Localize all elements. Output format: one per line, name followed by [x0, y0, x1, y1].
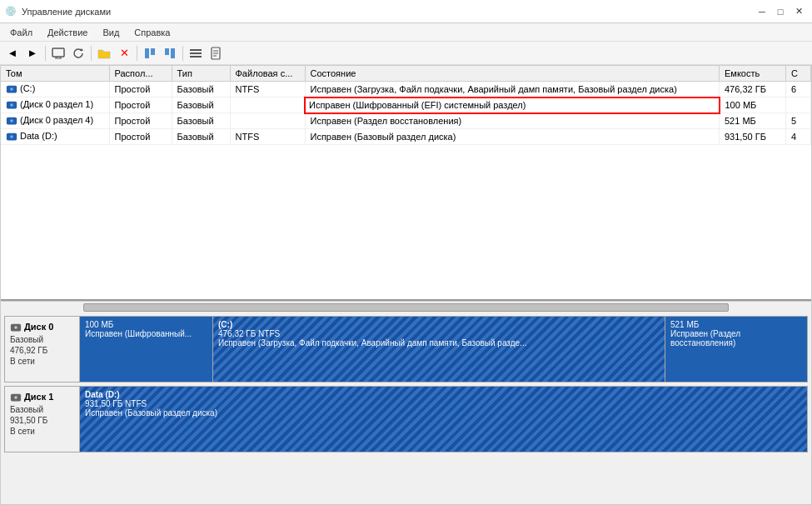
close-button[interactable]: ✕ — [790, 4, 807, 19]
cell-vol: (Диск 0 раздел 4) — [1, 113, 109, 129]
menu-action[interactable]: Действие — [41, 26, 94, 39]
cell-vol: Data (D:) — [1, 129, 109, 145]
disk-status: В сети — [10, 357, 74, 366]
disk-type: Базовый — [10, 335, 74, 344]
doc-icon — [209, 47, 222, 60]
disk-icon — [6, 131, 17, 142]
cell-layout: Простой — [109, 129, 172, 145]
partition[interactable]: Data (D:)931,50 ГБ NTFSИсправен (Базовый… — [80, 387, 807, 452]
doc-button[interactable] — [207, 44, 225, 62]
maximize-button[interactable]: □ — [772, 4, 789, 19]
col-fs: Файловая с... — [230, 66, 305, 82]
forward-button[interactable]: ► — [23, 44, 42, 62]
delete-button[interactable]: ✕ — [115, 44, 133, 62]
partition-status: Исправен (Шифрованный... — [85, 329, 207, 338]
cell-status: Исправен (Загрузка, Файл подкачки, Авари… — [305, 82, 720, 98]
svg-point-21 — [10, 120, 13, 123]
partition[interactable]: (C:)476,32 ГБ NTFSИсправен (Загрузка, Фа… — [213, 317, 665, 382]
cell-type: Базовый — [172, 98, 230, 113]
table-row[interactable]: (Диск 0 раздел 4)ПростойБазовыйИсправен … — [1, 113, 811, 129]
disk-icon — [6, 99, 17, 111]
menu-help[interactable]: Справка — [127, 26, 177, 39]
partition-name: (C:) — [218, 320, 660, 329]
col-layout: Распол... — [109, 66, 172, 82]
cell-status: Исправен (Базовый раздел диска) — [305, 129, 720, 145]
minimize-button[interactable]: ─ — [754, 4, 770, 19]
svg-point-27 — [14, 396, 17, 399]
col-vol: Том — [1, 66, 109, 82]
disk-name: Диск 0 — [10, 322, 74, 333]
svg-rect-8 — [171, 48, 175, 58]
folder-button[interactable] — [95, 44, 113, 62]
up-button[interactable] — [141, 44, 159, 62]
menu-file[interactable]: Файл — [3, 26, 39, 39]
partition-size: 476,32 ГБ NTFS — [218, 329, 660, 338]
refresh-button[interactable] — [69, 44, 87, 62]
cell-vol: (C:) — [1, 82, 109, 98]
disk-partitions: Data (D:)931,50 ГБ NTFSИсправен (Базовый… — [80, 387, 807, 452]
partition-size: 521 МБ — [670, 320, 802, 329]
down-button[interactable] — [161, 44, 179, 62]
list-icon — [189, 47, 202, 60]
disk-partitions: 100 МБИсправен (Шифрованный...(C:)476,32… — [80, 317, 807, 382]
svg-rect-9 — [190, 49, 202, 51]
partition[interactable]: 100 МБИсправен (Шифрованный... — [80, 317, 213, 382]
horizontal-scrollbar[interactable] — [1, 301, 811, 312]
scroll-thumb[interactable] — [83, 303, 729, 312]
disk-label-icon — [10, 322, 22, 333]
disk-row: Диск 0Базовый476,92 ГБВ сети100 МБИсправ… — [4, 316, 808, 382]
disk-table: Том Распол... Тип Файловая с... Состояни… — [1, 66, 811, 145]
cell-extra — [786, 98, 811, 113]
cell-fs — [230, 98, 305, 113]
window-title: Управление дисками — [22, 7, 111, 17]
partition-name: Data (D:) — [85, 390, 802, 399]
svg-rect-5 — [145, 48, 149, 58]
table-row[interactable]: (Диск 0 раздел 1)ПростойБазовыйИсправен … — [1, 98, 811, 113]
svg-point-17 — [10, 88, 13, 91]
svg-rect-6 — [151, 48, 155, 55]
col-capacity: Емкость — [720, 66, 786, 82]
cell-type: Базовый — [172, 113, 230, 129]
down-icon — [163, 47, 177, 60]
svg-rect-10 — [190, 52, 202, 54]
list-button[interactable] — [187, 44, 205, 62]
cell-status: Исправен (Шифрованный (EFI) системный ра… — [305, 98, 720, 113]
window-controls: ─ □ ✕ — [754, 4, 807, 19]
svg-point-19 — [10, 103, 13, 107]
main-content: Том Распол... Тип Файловая с... Состояни… — [0, 65, 812, 505]
disk-row: Диск 1Базовый931,50 ГБВ сетиData (D:)931… — [4, 386, 808, 452]
refresh-icon — [72, 47, 85, 60]
folder-icon — [97, 47, 111, 60]
disk-icon — [6, 83, 17, 95]
screen-icon — [52, 47, 65, 60]
cell-vol: (Диск 0 раздел 1) — [1, 98, 109, 113]
cell-capacity: 931,50 ГБ — [720, 129, 786, 145]
svg-rect-0 — [52, 48, 64, 57]
cell-extra: 6 — [786, 82, 811, 98]
disk-status: В сети — [10, 427, 74, 436]
cell-capacity: 476,32 ГБ — [720, 82, 786, 98]
disk-size: 476,92 ГБ — [10, 346, 74, 355]
separator-1 — [45, 46, 46, 61]
screen-button[interactable] — [49, 44, 67, 62]
table-row[interactable]: (C:)ПростойБазовыйNTFSИсправен (Загрузка… — [1, 82, 811, 98]
cell-capacity: 100 МБ — [720, 98, 786, 113]
col-status: Состояние — [305, 66, 720, 82]
partition-status: Исправен (Раздел восстановления) — [670, 329, 802, 348]
up-icon — [143, 47, 157, 60]
lower-panel: Диск 0Базовый476,92 ГБВ сети100 МБИсправ… — [1, 312, 811, 504]
col-type: Тип — [172, 66, 230, 82]
table-row[interactable]: Data (D:)ПростойБазовыйNTFSИсправен (Баз… — [1, 129, 811, 145]
svg-point-25 — [14, 326, 17, 329]
cell-fs: NTFS — [230, 82, 305, 98]
cell-type: Базовый — [172, 129, 230, 145]
app-icon: 💿 — [5, 6, 17, 17]
cell-extra: 5 — [786, 113, 811, 129]
back-button[interactable]: ◄ — [3, 44, 22, 62]
partition-size: 100 МБ — [85, 320, 207, 329]
toolbar: ◄ ► ✕ — [0, 42, 812, 65]
partition[interactable]: 521 МБИсправен (Раздел восстановления) — [665, 317, 807, 382]
table-area[interactable]: Том Распол... Тип Файловая с... Состояни… — [1, 66, 811, 301]
separator-3 — [137, 46, 137, 61]
menu-view[interactable]: Вид — [96, 26, 126, 39]
